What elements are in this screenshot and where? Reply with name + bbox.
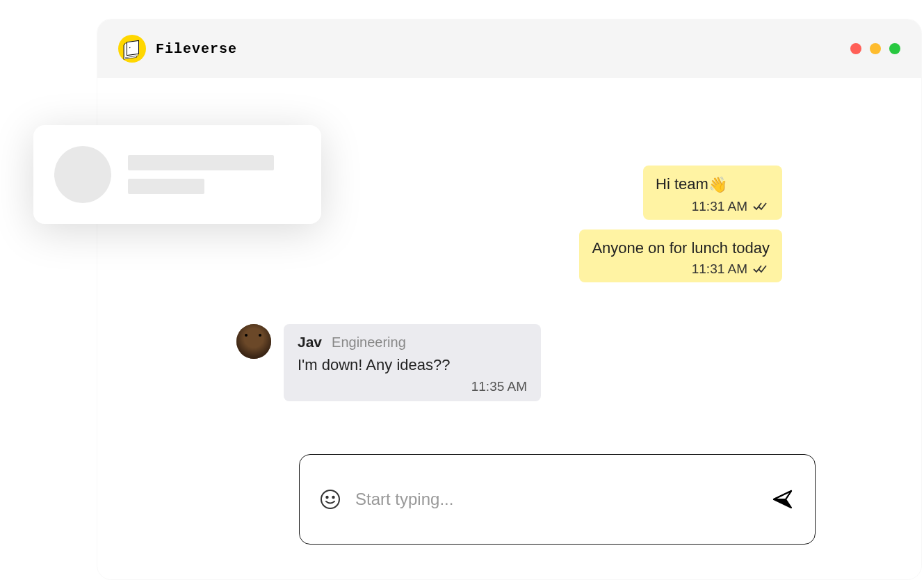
sent-message[interactable]: Anyone on for lunch today 11:31 AM <box>579 229 782 283</box>
window-controls <box>850 43 900 54</box>
sent-message[interactable]: Hi team👋 11:31 AM <box>643 166 782 220</box>
message-meta: 11:35 AM <box>298 379 527 394</box>
app-window: ⠄ Fileverse Hi team👋 11:31 AM <box>97 19 921 579</box>
wave-emoji-icon: 👋 <box>708 175 727 196</box>
message-text: I'm down! Any ideas?? <box>298 355 527 376</box>
close-window-button[interactable] <box>850 43 861 54</box>
sender-avatar[interactable] <box>236 324 271 359</box>
svg-point-0 <box>321 490 339 508</box>
svg-point-2 <box>332 497 334 498</box>
brand[interactable]: ⠄ Fileverse <box>118 35 237 63</box>
message-meta: 11:31 AM <box>656 199 770 214</box>
message-time: 11:35 AM <box>471 379 527 394</box>
message-time: 11:31 AM <box>692 261 747 277</box>
maximize-window-button[interactable] <box>889 43 900 54</box>
message-time: 11:31 AM <box>692 199 747 214</box>
contact-card[interactable] <box>33 125 321 224</box>
sender-name: Jav <box>298 334 322 351</box>
brand-name: Fileverse <box>156 41 237 57</box>
minimize-window-button[interactable] <box>870 43 881 54</box>
message-text: Anyone on for lunch today <box>592 238 770 259</box>
received-message-group: Jav Engineering I'm down! Any ideas?? 11… <box>236 324 782 401</box>
logo-icon: ⠄ <box>118 35 146 63</box>
double-check-icon <box>753 264 770 274</box>
double-check-icon <box>753 202 770 211</box>
contact-info <box>128 155 274 194</box>
svg-point-1 <box>326 497 327 498</box>
contact-avatar-placeholder <box>54 146 111 203</box>
message-input[interactable] <box>355 490 756 509</box>
sender-department: Engineering <box>332 335 406 351</box>
header-bar: ⠄ Fileverse <box>97 19 921 78</box>
skeleton-subtitle <box>128 179 204 194</box>
message-meta: 11:31 AM <box>592 261 770 277</box>
send-button[interactable] <box>770 487 795 512</box>
message-text: Hi team👋 <box>656 174 770 196</box>
message-composer <box>299 454 816 545</box>
emoji-picker-button[interactable] <box>319 488 341 510</box>
message-header: Jav Engineering <box>298 334 527 351</box>
skeleton-name <box>128 155 274 170</box>
received-message[interactable]: Jav Engineering I'm down! Any ideas?? 11… <box>284 324 541 401</box>
